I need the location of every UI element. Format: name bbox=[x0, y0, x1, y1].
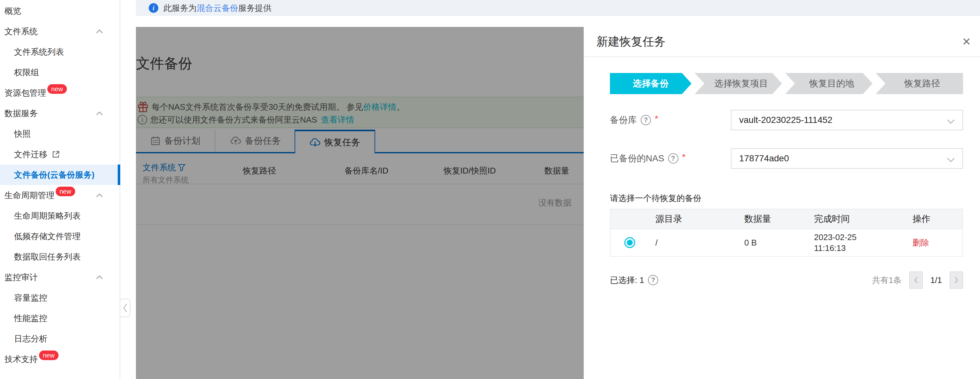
sidebar-item-label: 概览 bbox=[5, 5, 21, 17]
screen: 概览 文件系统 文件系统列表 权限组 资源包管理 new 数据服务 快照 bbox=[0, 0, 980, 379]
sidebar-item-label: 低频存储文件管理 bbox=[14, 231, 81, 242]
sidebar-item-file-backup[interactable]: 文件备份(云备份服务) bbox=[0, 165, 119, 185]
sidebar-item-ia-file-management[interactable]: 低频存储文件管理 bbox=[0, 226, 119, 246]
sidebar-item-label: 文件系统 bbox=[5, 26, 38, 37]
chevron-up-icon bbox=[96, 275, 103, 280]
vault-field: 备份库 ? * vault-20230225-111452 bbox=[610, 110, 963, 130]
source-dir-value: / bbox=[655, 238, 658, 248]
sidebar-item-data-retrieval-tasks[interactable]: 数据取回任务列表 bbox=[0, 246, 119, 267]
sidebar-item-label: 文件迁移 bbox=[14, 149, 47, 160]
required-asterisk: * bbox=[655, 114, 658, 124]
sidebar-item-label: 日志分析 bbox=[14, 333, 47, 344]
chevron-down-icon bbox=[947, 155, 955, 162]
complete-time-cell: 2023-02-25 11:16:13 bbox=[808, 232, 906, 254]
sidebar-item-snapshot[interactable]: 快照 bbox=[0, 123, 119, 144]
step-select-backup: 选择备份 bbox=[610, 73, 692, 94]
service-info-bar: i 此服务为 混合云备份 服务提供 bbox=[136, 0, 980, 16]
action-cell: 删除 bbox=[906, 237, 963, 248]
step-label: 选择恢复项目 bbox=[714, 77, 768, 90]
time-date: 2023-02-25 bbox=[814, 232, 906, 243]
page-indicator: 1/1 bbox=[931, 275, 942, 285]
wizard-steps: 选择备份 选择恢复项目 恢复目的地 恢复路径 bbox=[610, 73, 963, 94]
sidebar-item-label: 权限组 bbox=[14, 67, 39, 78]
sidebar: 概览 文件系统 文件系统列表 权限组 资源包管理 new 数据服务 快照 bbox=[0, 0, 120, 379]
drawer-title: 新建恢复任务 bbox=[597, 34, 666, 50]
selected-count: 已选择: 1 ? bbox=[610, 275, 658, 286]
sidebar-group-monitor-audit[interactable]: 监控审计 bbox=[0, 267, 119, 288]
sidebar-item-lifecycle-policy-list[interactable]: 生命周期策略列表 bbox=[0, 206, 119, 226]
sidebar-group-filesystem[interactable]: 文件系统 bbox=[0, 21, 119, 42]
help-icon[interactable]: ? bbox=[668, 154, 678, 163]
sidebar-item-permission-group[interactable]: 权限组 bbox=[0, 62, 119, 83]
select-backup-section-label: 请选择一个待恢复的备份 bbox=[610, 193, 702, 204]
help-icon[interactable]: ? bbox=[648, 275, 658, 285]
chevron-up-icon bbox=[96, 29, 103, 34]
chevron-left-icon bbox=[914, 276, 918, 284]
sidebar-item-filesystem-list[interactable]: 文件系统列表 bbox=[0, 42, 119, 62]
pager-next-button[interactable] bbox=[950, 272, 963, 289]
backup-table-header: 源目录 数据量 完成时间 操作 bbox=[611, 209, 963, 229]
sidebar-item-label: 生命周期策略列表 bbox=[14, 210, 81, 222]
sidebar-item-label: 文件备份(云备份服务) bbox=[14, 170, 94, 181]
sidebar-item-performance-monitor[interactable]: 性能监控 bbox=[0, 308, 119, 328]
sidebar-item-label: 性能监控 bbox=[14, 313, 47, 324]
create-restore-task-drawer: 新建恢复任务 ✕ 选择备份 选择恢复项目 恢复目的地 恢复路径 备份库 ? * bbox=[584, 16, 980, 379]
backed-up-nas-select[interactable]: 178774ade0 bbox=[731, 148, 963, 169]
sidebar-item-capacity-monitor[interactable]: 容量监控 bbox=[0, 288, 119, 308]
field-label-text: 已备份的NAS bbox=[610, 152, 664, 165]
header-complete-time: 完成时间 bbox=[808, 213, 906, 225]
step-select-restore-items: 选择恢复项目 bbox=[695, 73, 782, 94]
header-data-size: 数据量 bbox=[744, 213, 808, 225]
chevron-up-icon bbox=[96, 193, 103, 198]
source-dir-cell: / bbox=[611, 238, 744, 248]
sidebar-item-label: 数据服务 bbox=[5, 108, 38, 119]
sidebar-item-overview[interactable]: 概览 bbox=[0, 1, 119, 21]
backup-table-row: / 0 B 2023-02-25 11:16:13 删除 bbox=[611, 229, 963, 256]
new-badge: new bbox=[39, 350, 59, 360]
selected-count-text: 已选择: 1 bbox=[610, 275, 644, 286]
info-text-prefix: 此服务为 bbox=[164, 3, 197, 14]
info-text-suffix: 服务提供 bbox=[238, 3, 272, 14]
sidebar-item-label: 生命周期管理 bbox=[5, 190, 54, 201]
backed-up-nas-field: 已备份的NAS ? * 178774ade0 bbox=[610, 148, 963, 169]
radio-selected[interactable] bbox=[624, 237, 635, 248]
backed-up-nas-select-value: 178774ade0 bbox=[739, 154, 789, 163]
help-icon[interactable]: ? bbox=[641, 115, 651, 125]
time-clock: 11:16:13 bbox=[814, 243, 906, 254]
external-link-icon bbox=[52, 150, 60, 158]
new-badge: new bbox=[56, 187, 75, 196]
chevron-left-icon bbox=[123, 302, 127, 313]
vault-select[interactable]: vault-20230225-111452 bbox=[731, 110, 963, 130]
step-label: 恢复目的地 bbox=[810, 77, 854, 90]
sidebar-item-label: 资源包管理 bbox=[5, 87, 46, 99]
sidebar-item-label: 技术支持 bbox=[5, 354, 38, 365]
close-icon[interactable]: ✕ bbox=[962, 36, 971, 47]
pagination: 共有1条 1/1 bbox=[872, 272, 963, 289]
hybrid-backup-link[interactable]: 混合云备份 bbox=[197, 3, 238, 14]
step-label: 选择备份 bbox=[633, 77, 669, 90]
step-label: 恢复路径 bbox=[905, 77, 940, 90]
drawer-header-divider bbox=[584, 56, 980, 57]
pager-prev-button[interactable] bbox=[909, 272, 923, 289]
step-restore-destination: 恢复目的地 bbox=[785, 73, 873, 94]
step-restore-path: 恢复路径 bbox=[876, 73, 963, 94]
delete-link[interactable]: 删除 bbox=[913, 238, 929, 248]
sidebar-item-file-migration[interactable]: 文件迁移 bbox=[0, 144, 119, 165]
sidebar-item-label: 文件系统列表 bbox=[14, 46, 64, 58]
new-badge: new bbox=[47, 84, 67, 94]
header-source-dir: 源目录 bbox=[611, 213, 744, 225]
vault-select-value: vault-20230225-111452 bbox=[739, 115, 832, 125]
required-asterisk: * bbox=[682, 152, 686, 162]
drawer-footer: 已选择: 1 ? 共有1条 1/1 bbox=[610, 268, 963, 292]
sidebar-group-lifecycle[interactable]: 生命周期管理 new bbox=[0, 185, 119, 206]
sidebar-item-log-analysis[interactable]: 日志分析 bbox=[0, 328, 119, 349]
sidebar-item-tech-support[interactable]: 技术支持 new bbox=[0, 349, 119, 369]
chevron-up-icon bbox=[96, 111, 103, 115]
sidebar-group-data-service[interactable]: 数据服务 bbox=[0, 103, 119, 123]
sidebar-collapse-handle[interactable] bbox=[119, 299, 130, 317]
info-icon: i bbox=[149, 3, 158, 13]
sidebar-item-label: 快照 bbox=[14, 128, 31, 139]
sidebar-item-resource-package[interactable]: 资源包管理 new bbox=[0, 83, 119, 103]
sidebar-item-label: 容量监控 bbox=[14, 292, 47, 304]
chevron-down-icon bbox=[947, 117, 955, 124]
